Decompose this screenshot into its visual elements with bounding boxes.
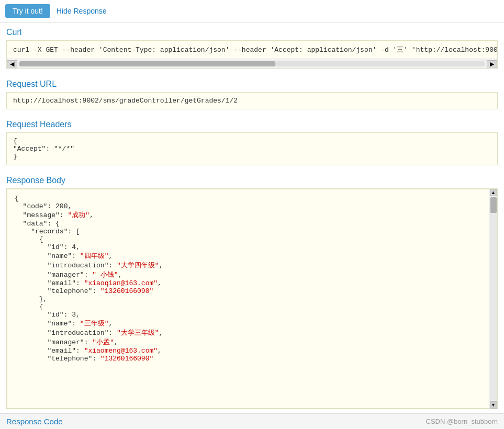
headers-line1: {: [13, 137, 491, 145]
curl-title: Curl: [6, 28, 498, 37]
footer-bar: Response Code CSDN @born_stubborn: [0, 413, 504, 414]
response-body-wrapper: { "code": 200, "message": "成功", "data": …: [6, 188, 498, 409]
vscroll-thumb: [490, 197, 497, 213]
top-bar: Try it out! Hide Response: [0, 0, 504, 22]
headers-line3: }: [13, 153, 491, 161]
curl-scrollbar[interactable]: ◀ ▶: [7, 59, 497, 69]
request-headers-section: Request Headers { "Accept": "*/*" }: [0, 115, 504, 171]
curl-scroll-thumb: [19, 61, 275, 66]
hide-response-link[interactable]: Hide Response: [57, 7, 107, 15]
vscroll-up-btn[interactable]: ▲: [490, 189, 497, 196]
try-it-button[interactable]: Try it out!: [5, 4, 50, 18]
response-vscroll: ▲ ▼: [489, 189, 497, 409]
curl-box: curl -X GET --header 'Content-Type: appl…: [6, 40, 498, 69]
headers-line2: "Accept": "*/*": [13, 145, 491, 153]
curl-content: curl -X GET --header 'Content-Type: appl…: [7, 41, 497, 59]
curl-scroll-right[interactable]: ▶: [487, 60, 497, 67]
vscroll-track: [490, 197, 497, 400]
response-body-box[interactable]: { "code": 200, "message": "成功", "data": …: [7, 189, 497, 409]
vscroll-down-btn[interactable]: ▼: [490, 401, 497, 409]
curl-section: Curl curl -X GET --header 'Content-Type:…: [0, 22, 504, 74]
curl-scroll-left[interactable]: ◀: [7, 60, 17, 67]
response-body-title: Response Body: [6, 176, 498, 185]
request-url-title: Request URL: [6, 80, 498, 89]
request-url-box: http://localhost:9002/sms/gradeControlle…: [6, 92, 498, 109]
request-headers-box: { "Accept": "*/*" }: [6, 132, 498, 165]
response-json: { "code": 200, "message": "成功", "data": …: [15, 195, 489, 363]
curl-scroll-track: [19, 61, 485, 66]
request-url-section: Request URL http://localhost:9002/sms/gr…: [0, 74, 504, 115]
request-headers-title: Request Headers: [6, 120, 498, 129]
response-body-section: Response Body { "code": 200, "message": …: [0, 171, 504, 414]
